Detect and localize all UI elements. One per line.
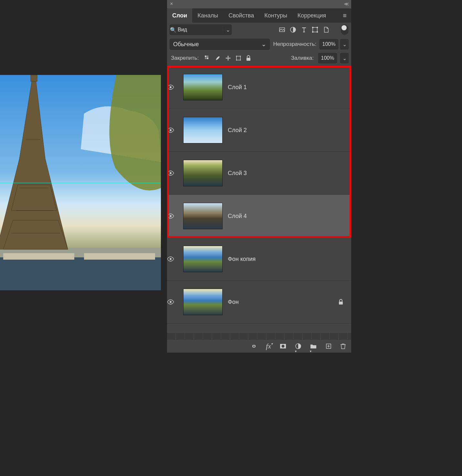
lock-all-icon[interactable] [246,55,251,61]
filter-shape-icon[interactable] [310,25,320,34]
layer-thumbnail[interactable] [183,74,223,100]
layer-thumbnail[interactable] [183,160,223,186]
layer-name[interactable]: Слой 1 [226,84,338,91]
fill-value[interactable]: 100% [318,53,337,63]
link-layers-icon[interactable] [250,343,257,349]
layer-thumbnail[interactable] [183,289,223,315]
layer-row[interactable]: Фон [167,281,351,324]
filter-toggle[interactable] [341,25,349,35]
svg-rect-15 [317,31,318,33]
lock-move-icon[interactable] [225,55,231,61]
svg-rect-17 [207,56,208,57]
svg-rect-20 [236,56,240,60]
chevron-down-icon: ⌄ [224,27,231,33]
canvas-image [0,75,161,290]
svg-rect-16 [205,56,206,57]
svg-rect-8 [84,253,155,260]
tab-adjustments[interactable]: Коррекция [292,8,331,23]
layers-list: Слой 1Слой 2Слой 3Слой 4Фон копияФон [167,66,351,333]
svg-rect-11 [313,27,317,32]
lock-row: Закрепить: Заливка: 10 [167,52,351,66]
mask-icon[interactable] [279,343,287,349]
timeline-strip [167,333,351,339]
svg-point-30 [282,345,285,348]
svg-rect-18 [205,57,206,59]
svg-rect-12 [312,27,313,28]
visibility-toggle[interactable] [167,171,180,176]
adjustment-icon[interactable]: ▾ [295,343,301,349]
lock-label: Закрепить: [170,55,200,61]
layer-name[interactable]: Слой 4 [226,213,338,220]
svg-point-27 [170,301,172,303]
layer-row[interactable]: Слой 3 [167,152,351,195]
new-layer-icon[interactable] [325,343,332,349]
layer-filter-select[interactable]: 🔍 Вид ⌄ [170,25,232,35]
svg-rect-2 [31,75,37,81]
blend-mode-value: Обычные [173,41,199,48]
layer-row[interactable]: Слой 4 [167,195,351,238]
layer-thumbnail[interactable] [183,246,223,272]
lock-pixels-icon[interactable] [205,55,210,61]
blend-row: Обычные ⌄ Непрозрачность: 100% ⌄ [167,37,351,52]
svg-point-22 [170,86,172,88]
svg-point-24 [170,172,172,174]
visibility-toggle[interactable] [167,128,180,133]
tab-channels[interactable]: Каналы [192,8,223,23]
fill-label: Заливка: [290,55,315,61]
group-icon[interactable]: ▾ [310,343,317,349]
svg-rect-0 [0,256,161,290]
search-icon: 🔍 [170,27,176,33]
tab-paths[interactable]: Контуры [259,8,292,23]
layer-name[interactable]: Слой 2 [226,127,338,134]
opacity-label: Непрозрачность: [272,41,318,47]
chevron-down-icon: ⌄ [261,41,266,48]
svg-point-23 [170,129,172,131]
opacity-stepper[interactable]: ⌄ [340,39,349,49]
visibility-toggle[interactable] [167,213,180,219]
trash-icon[interactable] [340,343,346,349]
blend-mode-select[interactable]: Обычные ⌄ [170,39,270,50]
filter-label: Вид [176,27,224,33]
svg-point-26 [170,258,172,260]
guide-line [0,183,161,183]
opacity-value[interactable]: 100% [320,39,338,49]
layer-thumbnail[interactable] [183,117,223,143]
svg-rect-7 [3,253,74,260]
filter-smart-icon[interactable] [321,25,331,34]
layer-row[interactable]: Слой 1 [167,66,351,109]
filter-pixel-icon[interactable] [278,25,287,34]
svg-point-25 [170,215,172,217]
layer-lock-icon[interactable] [338,299,351,305]
lock-artboard-icon[interactable] [236,55,241,61]
layer-name[interactable]: Слой 3 [226,170,338,177]
svg-rect-14 [312,31,313,33]
layers-panel: Cлои Каналы Свойства Контуры Коррекция ≡… [167,8,351,353]
fx-icon[interactable]: fx▾ [266,342,271,350]
panel-tabs: Cлои Каналы Свойства Контуры Коррекция ≡ [167,8,351,23]
layer-thumbnail[interactable] [183,203,223,229]
panel-titlebar: × ≪ [167,0,351,9]
panel-footer: fx▾ ▾ ▾ [167,339,351,353]
filter-adjust-icon[interactable] [289,25,298,34]
layer-row[interactable]: Фон копия [167,238,351,281]
layer-name[interactable]: Фон [226,299,338,305]
collapse-icon[interactable]: ≪ [343,1,349,6]
visibility-toggle[interactable] [167,299,180,305]
visibility-toggle[interactable] [167,85,180,90]
layer-name[interactable]: Фон копия [226,256,338,263]
filter-row: 🔍 Вид ⌄ [167,23,351,37]
document-canvas[interactable] [0,75,161,290]
panel-menu-icon[interactable]: ≡ [338,12,351,19]
visibility-toggle[interactable] [167,256,180,262]
fill-stepper[interactable]: ⌄ [340,53,349,63]
svg-rect-13 [317,27,318,28]
svg-rect-19 [207,57,208,59]
svg-rect-21 [247,58,250,61]
lock-brush-icon[interactable] [215,55,221,61]
svg-rect-28 [339,302,343,305]
tab-properties[interactable]: Свойства [223,8,259,23]
close-icon[interactable]: × [169,1,174,6]
filter-type-icon[interactable] [299,25,309,34]
layer-row[interactable]: Слой 2 [167,109,351,152]
tab-layers[interactable]: Cлои [167,8,192,23]
